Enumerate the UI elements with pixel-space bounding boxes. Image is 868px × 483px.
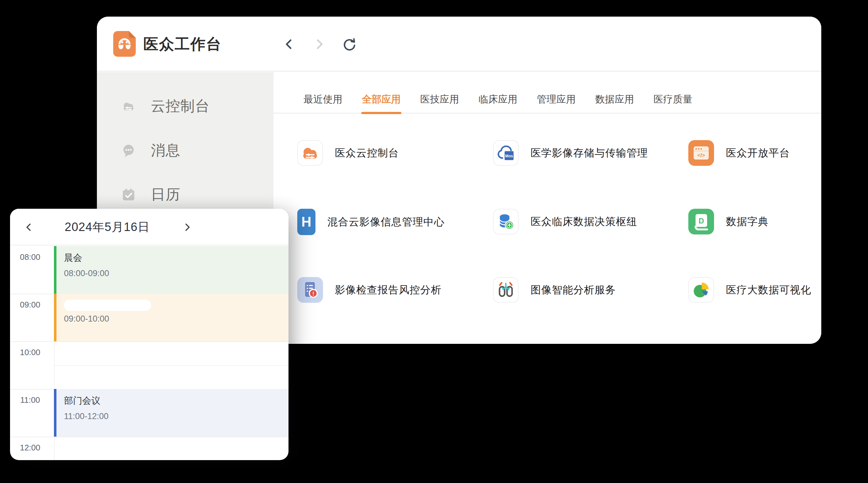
calendar-event-department-meeting[interactable]: 部门会议 11:00-12:00 [54,389,288,437]
app-label: 数据字典 [726,215,769,229]
back-button[interactable] [282,37,296,52]
app-label: 医疗大数据可视化 [726,283,811,297]
event-time: 11:00-12:00 [64,412,288,421]
nav-controls [282,17,356,71]
chevron-right-icon [182,222,192,232]
code-window-icon: </> [688,140,714,166]
pie-chart-icon [688,277,714,303]
sidebar-item-calendar[interactable]: 日历 [121,185,180,204]
app-item-data-dictionary[interactable]: D 数据字典 [688,209,769,234]
hour-line [10,437,288,437]
cloud-sliders-icon [297,140,323,166]
chevron-right-icon [313,38,326,51]
calendar-header: 2024年5月16日 [10,209,288,246]
calendar-check-icon [121,187,136,202]
calendar-next-day-button[interactable] [178,209,197,246]
app-item-open-platform[interactable]: </> 医众开放平台 [688,140,790,166]
half-hour-line [55,365,288,366]
app-item-cloud-console[interactable]: 医众云控制台 [297,140,399,166]
tab-quality-apps[interactable]: 医疗质量 [653,91,693,114]
tab-recent[interactable]: 最近使用 [303,91,343,114]
svg-text:Mos: Mos [505,154,513,158]
forward-button[interactable] [312,37,327,52]
lungs-icon [493,277,519,303]
tile-letter: H [301,214,311,230]
cloud-sliders-icon [121,98,136,114]
app-label: 图像智能分析服务 [531,283,616,297]
sidebar-item-label: 消息 [151,141,180,160]
time-label: 11:00 [10,395,50,405]
window-header: 医众工作台 [97,17,821,71]
dictionary-book-icon: D [688,209,714,234]
database-plus-icon [493,209,519,234]
calendar-body: 08:00 09:00 10:00 11:00 12:00 晨会 08:00-0… [10,246,288,460]
app-item-image-ai-service[interactable]: 图像智能分析服务 [493,277,616,303]
app-label: 医学影像存储与传输管理 [531,146,648,160]
desktop-background: 医众工作台 [0,0,868,483]
sidebar-item-messages[interactable]: 消息 [121,141,180,160]
event-title: 部门会议 [64,395,288,407]
time-label: 12:00 [10,443,50,453]
tab-management-apps[interactable]: 管理应用 [536,91,577,114]
app-item-image-storage[interactable]: Mos 医学影像存储与传输管理 [493,140,648,166]
calendar-date: 2024年5月16日 [48,209,167,246]
app-item-clinical-data-hub[interactable]: 医众临床数据决策枢纽 [493,209,637,234]
message-bubble-icon [121,142,136,158]
app-label: 医众临床数据决策枢纽 [531,215,637,229]
sidebar-item-cloud-console[interactable]: 云控制台 [121,97,210,116]
hour-line [10,341,288,342]
svg-text:!: ! [312,291,314,297]
chevron-left-icon [283,38,296,51]
app-category-tabs: 最近使用 全部应用 医技应用 临床应用 管理应用 数据应用 医疗质量 [274,91,821,114]
sidebar-item-label: 云控制台 [151,97,210,116]
event-title: 晨会 [64,252,288,264]
cloud-mos-icon: Mos [493,140,519,166]
event-time: 09:00-10:00 [64,314,288,324]
time-label: 08:00 [10,252,50,262]
calendar-prev-day-button[interactable] [20,209,38,246]
app-label: 医众开放平台 [726,146,790,160]
tab-clinical-apps[interactable]: 临床应用 [478,91,518,114]
calendar-day-panel: 2024年5月16日 08:00 09:00 10:00 11:00 12:00 [10,209,288,460]
tab-data-apps[interactable]: 数据应用 [594,91,635,114]
event-time: 08:00-09:00 [64,268,288,278]
time-label: 10:00 [10,348,50,357]
refresh-icon [342,37,356,51]
time-label: 09:00 [10,300,50,310]
calendar-event-morning-meeting[interactable]: 晨会 08:00-09:00 [54,246,288,294]
calendar-event-redacted[interactable]: 09:00-10:00 [54,294,288,341]
refresh-button[interactable] [342,37,356,52]
app-launcher-content: 最近使用 全部应用 医技应用 临床应用 管理应用 数据应用 医疗质量 [274,72,821,344]
app-label: 影像检查报告风控分析 [335,283,441,297]
sidebar-item-label: 日历 [151,185,180,204]
window-title: 医众工作台 [143,17,222,71]
tab-medtech-apps[interactable]: 医技应用 [420,91,460,114]
chevron-left-icon [24,222,34,232]
svg-text:D: D [699,217,704,225]
app-label: 混合云影像信息管理中心 [328,215,445,229]
svg-text:</>: </> [698,152,705,158]
tab-all-apps[interactable]: 全部应用 [361,91,401,114]
redacted-event-title [64,300,151,311]
app-label: 医众云控制台 [335,146,399,160]
app-item-bigdata-visualization[interactable]: 医疗大数据可视化 [688,277,811,303]
letter-h-tile-icon: H [297,209,315,235]
app-item-hybrid-cloud-center[interactable]: H 混合云影像信息管理中心 [297,209,445,235]
app-logo-icon [113,31,136,57]
app-item-report-risk-analysis[interactable]: ! 影像检查报告风控分析 [297,277,441,303]
report-alert-icon: ! [297,277,323,303]
